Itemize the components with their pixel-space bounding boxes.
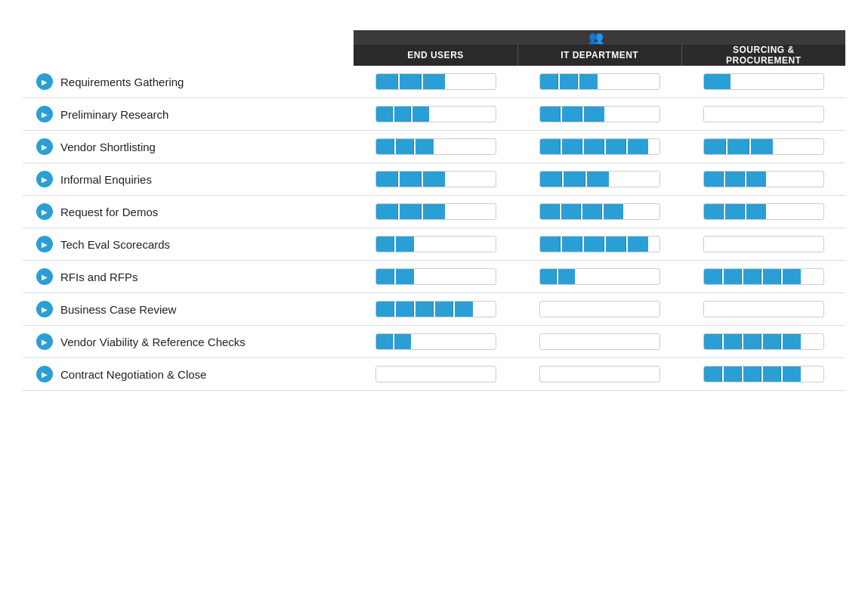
arrow-icon: ▶ bbox=[36, 268, 53, 285]
bar-container bbox=[539, 333, 660, 350]
bar-container bbox=[539, 73, 660, 90]
bar-segment bbox=[763, 269, 781, 284]
bar-container bbox=[375, 73, 496, 90]
bar-segment bbox=[704, 334, 722, 349]
bar-container bbox=[703, 73, 824, 90]
bar-segment bbox=[435, 302, 453, 317]
bar-container bbox=[375, 236, 496, 252]
bar-cell-sourcing bbox=[681, 131, 845, 163]
bar-cell-end_users bbox=[354, 261, 517, 293]
bar-container bbox=[703, 171, 824, 187]
row-label-text: Requirements Gathering bbox=[60, 76, 184, 88]
bar-cell-it_dept bbox=[517, 358, 681, 391]
bar-container bbox=[375, 138, 496, 155]
bar-container bbox=[703, 301, 824, 317]
bar-segment bbox=[396, 269, 414, 284]
bar-cell-sourcing bbox=[681, 326, 845, 358]
bar-container bbox=[375, 203, 496, 220]
bar-segment bbox=[415, 302, 434, 317]
bar-segment bbox=[400, 172, 422, 187]
bar-segment bbox=[400, 74, 422, 89]
stakeholder-icon: 👥 bbox=[588, 30, 604, 45]
bar-segment bbox=[725, 204, 745, 219]
bar-segment bbox=[396, 237, 414, 252]
bar-segment bbox=[561, 204, 581, 219]
bar-cell-sourcing bbox=[681, 98, 845, 131]
bar-cell-it_dept bbox=[517, 326, 681, 358]
arrow-icon: ▶ bbox=[36, 203, 53, 220]
bar-cell-sourcing bbox=[681, 196, 845, 228]
bar-segment bbox=[423, 204, 445, 219]
bar-segment bbox=[376, 204, 398, 219]
bar-cell-end_users bbox=[354, 131, 517, 163]
bar-segment bbox=[763, 367, 781, 382]
bar-segment bbox=[628, 139, 648, 154]
row-label-text: RFIs and RFPs bbox=[60, 271, 138, 283]
bar-segment bbox=[394, 107, 411, 122]
table-row: ▶Vendor Shortlisting bbox=[23, 131, 845, 163]
bar-segment bbox=[540, 269, 557, 284]
bar-cell-it_dept bbox=[517, 66, 681, 98]
bar-segment bbox=[376, 237, 394, 252]
bar-segment bbox=[396, 302, 414, 317]
bar-cell-end_users bbox=[354, 66, 517, 98]
bar-cell-end_users bbox=[354, 326, 517, 358]
bar-container bbox=[703, 203, 824, 220]
row-label-text: Informal Enquiries bbox=[60, 173, 152, 186]
arrow-icon: ▶ bbox=[36, 138, 53, 155]
bar-segment bbox=[751, 139, 773, 154]
bar-segment bbox=[376, 269, 394, 284]
bar-cell-end_users bbox=[354, 196, 517, 228]
bar-cell-sourcing bbox=[681, 163, 845, 196]
bar-cell-end_users bbox=[354, 228, 517, 261]
bar-cell-it_dept bbox=[517, 293, 681, 326]
bar-container bbox=[703, 366, 824, 382]
bar-segment bbox=[584, 237, 604, 252]
bar-segment bbox=[376, 107, 393, 122]
bar-cell-sourcing bbox=[681, 293, 845, 326]
bar-container bbox=[703, 138, 824, 155]
table-row: ▶Tech Eval Scorecards bbox=[23, 228, 845, 261]
bar-container bbox=[375, 171, 496, 187]
bar-container bbox=[703, 333, 824, 350]
bar-segment bbox=[746, 204, 766, 219]
bar-segment bbox=[540, 74, 558, 89]
bar-container bbox=[703, 236, 824, 252]
arrow-icon: ▶ bbox=[36, 301, 53, 317]
arrow-icon: ▶ bbox=[36, 366, 53, 382]
bar-segment bbox=[560, 74, 578, 89]
bar-segment bbox=[704, 74, 731, 89]
table-row: ▶Request for Demos bbox=[23, 196, 845, 228]
bar-segment bbox=[415, 139, 434, 154]
row-label-text: Preliminary Research bbox=[60, 108, 168, 121]
row-label-text: Contract Negotiation & Close bbox=[60, 368, 206, 381]
bar-segment bbox=[376, 302, 394, 317]
bar-container bbox=[375, 106, 496, 122]
bar-segment bbox=[376, 74, 398, 89]
bar-segment bbox=[540, 107, 561, 122]
bar-container bbox=[539, 203, 660, 220]
bar-segment bbox=[540, 139, 561, 154]
bar-segment bbox=[396, 139, 414, 154]
bar-segment bbox=[743, 334, 761, 349]
bar-cell-it_dept bbox=[517, 131, 681, 163]
col-header-it-dept: IT DEPARTMENT bbox=[517, 45, 681, 66]
arrow-icon: ▶ bbox=[36, 236, 53, 252]
table-row: ▶Requirements Gathering bbox=[23, 66, 845, 98]
bar-segment bbox=[704, 367, 722, 382]
bar-segment bbox=[423, 172, 445, 187]
bar-segment bbox=[604, 204, 623, 219]
bar-container bbox=[539, 236, 660, 252]
bar-cell-it_dept bbox=[517, 163, 681, 196]
bar-segment bbox=[558, 269, 575, 284]
table-row: ▶Contract Negotiation & Close bbox=[23, 358, 845, 391]
bar-segment bbox=[562, 107, 582, 122]
bar-segment bbox=[584, 107, 604, 122]
bar-cell-end_users bbox=[354, 358, 517, 391]
bar-segment bbox=[582, 204, 602, 219]
bar-segment bbox=[394, 334, 411, 349]
bar-segment bbox=[724, 367, 742, 382]
bar-segment bbox=[606, 139, 626, 154]
row-label-text: Tech Eval Scorecards bbox=[60, 238, 170, 251]
table-row: ▶Informal Enquiries bbox=[23, 163, 845, 196]
